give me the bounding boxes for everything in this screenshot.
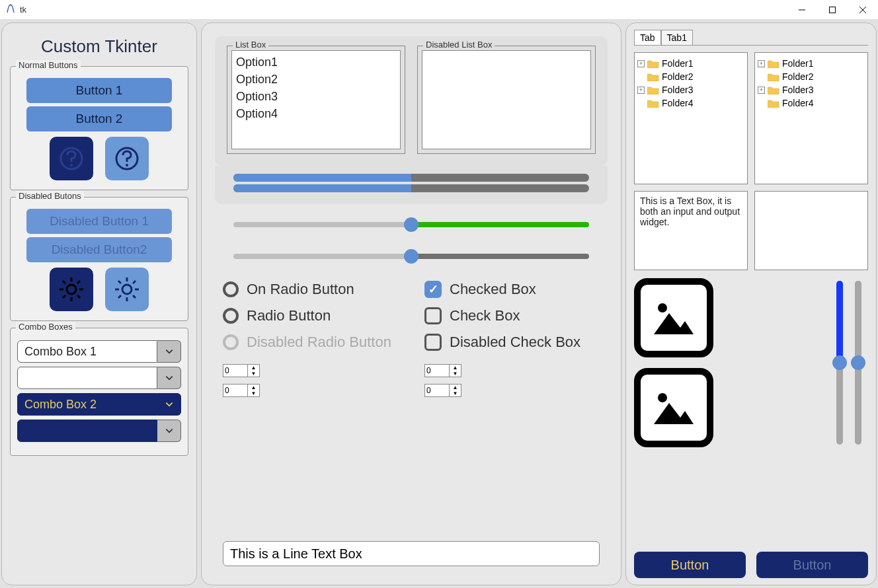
expand-spacer — [758, 73, 765, 81]
close-button[interactable] — [848, 0, 878, 20]
progress-2 — [233, 184, 589, 192]
list-item[interactable]: Option2 — [236, 71, 396, 88]
spin-up-icon[interactable]: ▲ — [248, 365, 259, 371]
check-checked[interactable]: Checked Box — [424, 281, 600, 298]
slider-2[interactable] — [233, 249, 589, 262]
expand-spacer — [637, 73, 645, 81]
tab-0[interactable]: Tab — [634, 30, 661, 45]
bottom-button-1[interactable]: Button — [634, 552, 746, 578]
spinbox-1[interactable]: ▲▼ — [223, 364, 260, 377]
line-text-entry[interactable] — [223, 541, 600, 566]
maximize-button[interactable] — [817, 0, 848, 20]
check-unchecked[interactable]: Check Box — [424, 307, 600, 324]
tree-node[interactable]: +Folder3 — [637, 83, 744, 96]
combo-4[interactable] — [17, 420, 157, 442]
right-panel: Tab Tab1 +Folder1Folder2+Folder3Folder4 … — [625, 22, 877, 585]
radio-off-label: Radio Button — [247, 307, 331, 324]
expand-icon[interactable]: + — [637, 87, 645, 94]
tree-node[interactable]: +Folder1 — [758, 57, 865, 70]
tree-node[interactable]: +Folder3 — [758, 83, 865, 96]
app-icon — [5, 3, 16, 17]
tree-node[interactable]: +Folder1 — [637, 57, 744, 70]
expand-icon[interactable]: + — [758, 60, 765, 67]
tree-node-label: Folder4 — [662, 98, 693, 108]
list-item[interactable]: Option4 — [236, 105, 396, 122]
svg-point-10 — [658, 303, 667, 312]
settings-button-dark — [50, 268, 93, 311]
svg-point-5 — [70, 164, 73, 166]
combo-3-arrow[interactable] — [157, 393, 181, 416]
help-button-light[interactable] — [105, 137, 149, 180]
help-button-dark[interactable] — [50, 137, 93, 180]
combo-boxes-group: Combo Boxes Combo Box 1 Combo Box 2 — [10, 328, 188, 456]
tree-node[interactable]: Folder2 — [637, 70, 744, 83]
radio-on[interactable]: On Radio Button — [223, 281, 398, 298]
checkbox-icon — [424, 334, 442, 351]
question-icon — [58, 145, 85, 172]
combo-2[interactable] — [17, 367, 157, 389]
spin-up-icon[interactable]: ▲ — [450, 365, 461, 371]
disabled-listbox — [422, 50, 591, 149]
image-placeholder-1 — [634, 278, 713, 357]
button-1[interactable]: Button 1 — [26, 78, 172, 103]
combo-1[interactable]: Combo Box 1 — [17, 340, 157, 363]
tree-left[interactable]: +Folder1Folder2+Folder3Folder4 — [634, 52, 748, 184]
disabled-button-1: Disabled Button 1 — [26, 209, 172, 234]
tab-1[interactable]: Tab1 — [661, 30, 693, 45]
tree-node-label: Folder2 — [782, 71, 813, 82]
text-box-empty[interactable] — [754, 191, 868, 270]
app-title: Custom Tkinter — [10, 36, 188, 57]
tree-node-label: Folder1 — [662, 58, 693, 69]
tree-node[interactable]: Folder4 — [637, 96, 744, 110]
spin-down-icon[interactable]: ▼ — [450, 390, 461, 396]
minimize-button[interactable] — [787, 0, 817, 20]
left-panel: Custom Tkinter Normal Buttons Button 1 B… — [1, 22, 197, 585]
vertical-slider-2[interactable] — [855, 281, 861, 445]
radio-disabled-label: Disabled Radio Button — [247, 334, 391, 351]
combo-boxes-legend: Combo Boxes — [16, 322, 75, 332]
svg-rect-1 — [830, 7, 836, 13]
titlebar: tk — [0, 0, 878, 20]
svg-point-9 — [122, 285, 132, 294]
spinbox-3[interactable]: ▲▼ — [223, 384, 260, 397]
spin-up-icon[interactable]: ▲ — [450, 385, 461, 390]
spin-down-icon[interactable]: ▼ — [450, 371, 461, 377]
spinbox-2[interactable]: ▲▼ — [424, 364, 461, 377]
check-unchecked-label: Check Box — [450, 307, 520, 324]
spinbox-4[interactable]: ▲▼ — [424, 384, 461, 397]
expand-spacer — [637, 100, 645, 107]
normal-buttons-group: Normal Buttons Button 1 Button 2 — [10, 66, 188, 190]
vertical-slider-1[interactable] — [836, 281, 843, 445]
tree-node-label: Folder1 — [782, 58, 813, 69]
spin-up-icon[interactable]: ▲ — [248, 385, 259, 390]
text-box[interactable]: This is a Text Box, it is both an input … — [634, 191, 748, 270]
list-item[interactable]: Option1 — [236, 54, 396, 71]
check-disabled-label: Disabled Check Box — [450, 334, 580, 351]
tree-right[interactable]: +Folder1Folder2+Folder3Folder4 — [754, 52, 868, 184]
disabled-buttons-legend: Disabled Butons — [16, 191, 84, 201]
combo-4-arrow[interactable] — [157, 420, 181, 442]
tree-node[interactable]: Folder2 — [758, 70, 865, 83]
image-icon — [651, 295, 697, 341]
chevron-down-icon — [165, 373, 174, 383]
combo-3[interactable]: Combo Box 2 — [17, 393, 157, 416]
tabstrip: Tab Tab1 — [634, 30, 868, 46]
check-checked-label: Checked Box — [450, 281, 536, 298]
radio-icon — [223, 308, 239, 324]
button-2[interactable]: Button 2 — [26, 106, 172, 131]
slider-1[interactable] — [233, 217, 589, 231]
disabled-button-2: Disabled Button2 — [26, 237, 172, 262]
expand-icon[interactable]: + — [758, 87, 765, 94]
listbox[interactable]: Option1 Option2 Option3 Option4 — [231, 50, 401, 149]
combo-1-arrow[interactable] — [157, 340, 181, 363]
tree-node[interactable]: Folder4 — [758, 96, 865, 110]
list-item[interactable]: Option3 — [236, 88, 396, 105]
radio-icon — [223, 334, 239, 350]
gear-icon — [57, 275, 86, 304]
radio-off[interactable]: Radio Button — [223, 307, 398, 324]
combo-2-arrow[interactable] — [157, 367, 181, 389]
chevron-down-icon — [165, 400, 174, 409]
expand-icon[interactable]: + — [637, 60, 645, 67]
spin-down-icon[interactable]: ▼ — [248, 390, 259, 396]
spin-down-icon[interactable]: ▼ — [248, 371, 259, 377]
